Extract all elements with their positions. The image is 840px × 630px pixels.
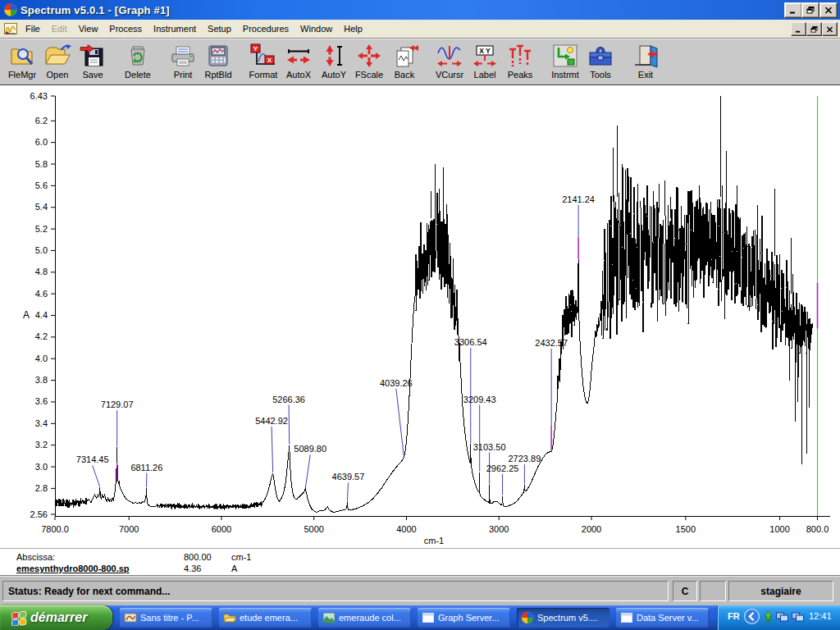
task-icon	[422, 611, 435, 624]
toolbar-label: Peaks	[508, 71, 533, 80]
svg-text:3.8: 3.8	[35, 375, 48, 385]
close-button[interactable]	[819, 2, 838, 18]
menu-process[interactable]: Process	[103, 21, 148, 38]
save-icon	[79, 40, 107, 71]
svg-text:6.2: 6.2	[35, 116, 48, 126]
toolbar-button-back[interactable]: Back	[387, 40, 422, 84]
svg-text:4000: 4000	[396, 524, 416, 534]
toolbar-label: Tools	[590, 71, 611, 80]
taskbar-task-1[interactable]: Sans titre - P...	[120, 608, 212, 628]
svg-text:4.6: 4.6	[35, 289, 48, 299]
svg-text:4.2: 4.2	[35, 331, 48, 341]
svg-text:3.6: 3.6	[35, 396, 48, 406]
mdi-restore-button[interactable]	[806, 22, 822, 36]
taskbar-task-2[interactable]: etude emera...	[219, 608, 312, 628]
toolbar-label: Exit	[638, 71, 653, 80]
toolbar-button-exit[interactable]: Exit	[628, 40, 663, 84]
abscissa-label: Abscissa:	[16, 552, 55, 562]
toolbar-button-save[interactable]: Save	[75, 40, 110, 84]
toolbar-label: Label	[474, 71, 496, 80]
mdi-minimize-button[interactable]	[791, 22, 806, 36]
toolbar-button-peaks[interactable]: Peaks	[503, 40, 537, 84]
toolbar-button-open[interactable]: Open	[40, 40, 75, 84]
clock[interactable]: 12:41	[809, 611, 832, 621]
svg-text:7000: 7000	[119, 524, 139, 534]
svg-text:800.0: 800.0	[806, 524, 829, 534]
language-indicator[interactable]: FR	[728, 611, 740, 621]
svg-text:4639.57: 4639.57	[332, 472, 365, 482]
menu-help[interactable]: Help	[338, 21, 368, 38]
svg-text:4.4: 4.4	[35, 310, 48, 320]
menu-items: FileEditViewProcessInstrumentSetupProced…	[20, 21, 368, 38]
toolbar-button-vcursr[interactable]: VCursr	[432, 40, 467, 84]
menu-view[interactable]: View	[73, 21, 104, 38]
toolbar-button-delete[interactable]: Delete	[121, 40, 155, 84]
instrmt-icon	[551, 40, 579, 71]
rptbld-icon	[204, 40, 232, 71]
start-label: démarrer	[30, 610, 87, 625]
task-icon	[322, 611, 336, 624]
taskbar-task-4[interactable]: Graph Server...	[418, 608, 510, 628]
taskbar-task-5[interactable]: Spectrum v5....	[517, 608, 609, 628]
task-icon	[620, 611, 633, 624]
toolbar-button-tools[interactable]: Tools	[583, 40, 618, 84]
flemgr-icon	[8, 40, 36, 71]
peak-labels[interactable]: 7314.457129.076811.265442.925266.365089.…	[76, 194, 595, 502]
status-cell-c: C	[673, 581, 697, 601]
svg-text:X: X	[267, 57, 272, 64]
menu-window[interactable]: Window	[294, 21, 338, 38]
title-bar: Spectrum v5.0.1 - [Graph #1]	[0, 0, 840, 20]
menu-bar: FileEditViewProcessInstrumentSetupProced…	[0, 20, 840, 39]
toolbar-button-print[interactable]: Print	[166, 40, 200, 84]
svg-text:5000: 5000	[304, 524, 323, 534]
menu-instrument[interactable]: Instrument	[148, 21, 202, 38]
svg-text:5.2: 5.2	[35, 224, 48, 234]
toolbar-label: RptBld	[204, 71, 231, 80]
toolbar-label: Print	[174, 71, 193, 80]
toolbar-label: FleMgr	[8, 71, 36, 80]
tray-green-icon[interactable]	[762, 610, 774, 625]
document-icon	[4, 22, 17, 35]
svg-text:Y: Y	[253, 45, 258, 52]
toolbar-label: Delete	[125, 71, 151, 80]
toolbar-button-fscale[interactable]: FScale	[352, 40, 386, 84]
spectrum-chart[interactable]: 6.436.26.05.85.65.45.25.04.84.64.44.24.0…	[0, 85, 840, 548]
svg-text:3306.54: 3306.54	[454, 337, 487, 347]
file-name[interactable]: emesynthydro8000-800.sp	[16, 564, 130, 573]
menu-edit: Edit	[46, 21, 73, 38]
minimize-button[interactable]	[784, 2, 802, 18]
task-icon	[223, 611, 236, 624]
menu-file[interactable]: File	[20, 21, 46, 38]
fscale-icon	[355, 40, 383, 71]
taskbar-task-3[interactable]: emeraude col...	[318, 608, 411, 628]
svg-text:cm-1: cm-1	[424, 536, 444, 546]
toolbar: FleMgrOpenSaveDeletePrintRptBldYXFormatA…	[0, 38, 840, 85]
svg-text:5089.80: 5089.80	[294, 444, 326, 454]
abscissa-x-unit: cm-1	[231, 552, 251, 562]
toolbar-button-format[interactable]: YXFormat	[246, 40, 281, 84]
menu-procedures[interactable]: Procedures	[237, 21, 294, 38]
mdi-close-button[interactable]	[822, 22, 838, 36]
start-button[interactable]: démarrer	[0, 605, 112, 630]
toolbar-button-label[interactable]: X YLabel	[468, 40, 502, 84]
toolbar-button-autox[interactable]: AutoX	[281, 40, 316, 84]
autox-icon	[285, 40, 313, 71]
vcursr-icon	[436, 40, 463, 71]
toolbar-button-rptbld[interactable]: RptBld	[201, 40, 235, 84]
toolbar-button-flemgr[interactable]: FleMgr	[5, 40, 39, 84]
toolbar-button-autoy[interactable]: AutoY	[317, 40, 351, 84]
hide-icons-button[interactable]	[743, 608, 760, 627]
tray-network-icon[interactable]	[775, 610, 789, 625]
taskbar-task-6[interactable]: Data Server v...	[616, 608, 709, 628]
tray-network2-icon[interactable]	[791, 610, 805, 625]
menu-setup[interactable]: Setup	[202, 21, 237, 38]
system-tray: FR 12:41	[717, 605, 840, 630]
status-bar: Status: Ready for next command... C stag…	[0, 576, 840, 605]
status-cell-user: stagiaire	[728, 581, 833, 601]
open-icon	[43, 40, 71, 71]
restore-button[interactable]	[801, 2, 819, 18]
toolbar-button-instrmt[interactable]: Instrmt	[548, 40, 582, 84]
toolbar-label: Open	[47, 71, 69, 80]
delete-icon	[124, 40, 152, 71]
svg-text:2.8: 2.8	[35, 483, 48, 493]
